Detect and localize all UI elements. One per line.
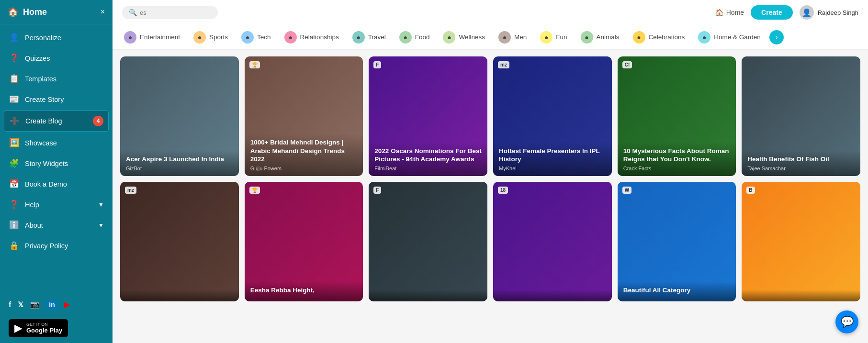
card-source-c1: GizBot (126, 166, 233, 171)
card-source-c3: FilmiBeat (374, 166, 482, 171)
cat-label-sports: Sports (209, 33, 228, 41)
card-logo-c9: F (373, 187, 381, 194)
cat-label-tech: Tech (257, 33, 271, 41)
sidebar-item-label-personalize: Personalize (25, 34, 61, 42)
cat-label-home-garden: Home & Garden (714, 33, 761, 41)
story-card-c3[interactable]: F 2022 Oscars Nominations For Best Pictu… (369, 56, 487, 176)
card-logo-c8: 🏆 (249, 187, 260, 194)
cat-tab-men[interactable]: ● Men (492, 28, 533, 46)
quizzes-icon: ❓ (9, 53, 19, 63)
cat-tab-sports[interactable]: ● Sports (187, 28, 235, 46)
cat-icon-relationships: ● (284, 31, 297, 44)
twitter-link[interactable]: 𝕏 (18, 300, 23, 309)
card-title-c4: Hottest Female Presenters In IPL History (499, 147, 606, 164)
sidebar-item-label-quizzes: Quizzes (25, 55, 50, 62)
card-title-c3: 2022 Oscars Nominations For Best Picture… (374, 147, 482, 164)
card-title-c5: 10 Mysterious Facts About Roman Reigns t… (623, 147, 731, 164)
youtube-link[interactable]: ▶ (64, 300, 70, 309)
cat-tab-home-garden[interactable]: ● Home & Garden (691, 28, 767, 46)
sidebar-item-create-blog[interactable]: ➕ Create Blog 4 (4, 111, 109, 132)
cat-icon-entertainment: ● (124, 31, 136, 44)
sidebar-close-button[interactable]: × (101, 8, 105, 16)
user-info[interactable]: 👤 Rajdeep Singh (800, 5, 858, 20)
create-button[interactable]: Create (751, 5, 793, 20)
card-logo-c10: 18 (498, 187, 508, 194)
nav-home-button[interactable]: 🏠 Home (715, 9, 744, 16)
story-card-c10[interactable]: 18 (493, 182, 612, 301)
card-logo-c11: W (622, 187, 631, 194)
story-card-c11[interactable]: W Beautiful All Category (618, 182, 736, 301)
sidebar-item-personalize[interactable]: 👤 Personalize (0, 27, 113, 48)
story-card-c1[interactable]: Acer Aspire 3 Launched In India GizBot (120, 56, 239, 176)
card-title-c1: Acer Aspire 3 Launched In India (126, 155, 233, 164)
story-card-c4[interactable]: mz Hottest Female Presenters In IPL Hist… (493, 56, 612, 176)
cat-icon-fun: ● (540, 31, 552, 44)
cat-label-food: Food (415, 33, 430, 41)
sidebar-item-showcase[interactable]: 🖼️ Showcase (0, 133, 113, 153)
play-store-label: Google Play (26, 327, 62, 334)
cat-tab-wellness[interactable]: ● Wellness (436, 28, 492, 46)
play-store-button[interactable]: ▶ GET IT ON Google Play (9, 319, 68, 337)
sidebar-item-book-demo[interactable]: 📅 Book a Demo (0, 174, 113, 194)
sidebar-item-label-about: About (25, 221, 43, 229)
cat-scroll-arrow[interactable]: › (769, 30, 784, 44)
sidebar-item-quizzes[interactable]: ❓ Quizzes (0, 48, 113, 68)
play-store-subtitle: GET IT ON (26, 322, 62, 327)
cat-icon-travel: ● (352, 31, 365, 44)
cat-tab-entertainment[interactable]: ● Entertainment (117, 28, 187, 46)
sidebar-item-create-story[interactable]: 📰 Create Story (0, 89, 113, 110)
topbar: 🔍 🏠 Home Create 👤 Rajdeep Singh (113, 0, 868, 25)
cat-tab-fun[interactable]: ● Fun (533, 28, 574, 46)
search-box[interactable]: 🔍 (122, 6, 218, 19)
cat-tab-tech[interactable]: ● Tech (235, 28, 278, 46)
play-store-icon: ▶ (14, 322, 23, 334)
cat-label-animals: Animals (597, 33, 620, 41)
story-card-c2[interactable]: 🏆 1000+ Bridal Mehndi Designs | Arabic M… (245, 56, 363, 176)
sidebar-title: Home (23, 7, 47, 17)
card-logo-c5: Cf (622, 61, 632, 68)
cat-tab-relationships[interactable]: ● Relationships (278, 28, 346, 46)
cat-tab-animals[interactable]: ● Animals (574, 28, 626, 46)
search-icon: 🔍 (129, 9, 137, 16)
cat-icon-animals: ● (581, 31, 593, 44)
cat-icon-tech: ● (241, 31, 254, 44)
arrow-icon-about: ▼ (98, 222, 104, 229)
instagram-link[interactable]: 📷 (30, 300, 40, 309)
story-card-c9[interactable]: F (369, 182, 487, 301)
story-card-c6[interactable]: Health Benefits Of Fish Oil Tajee Samach… (742, 56, 860, 176)
card-logo-c3: F (373, 61, 381, 68)
sidebar-item-about[interactable]: ℹ️ About ▼ (0, 215, 113, 235)
facebook-link[interactable]: f (9, 300, 11, 309)
cat-tab-celebrations[interactable]: ● Celebrations (626, 28, 692, 46)
search-input[interactable] (140, 9, 211, 16)
user-name: Rajdeep Singh (818, 9, 858, 16)
sidebar-item-story-widgets[interactable]: 🧩 Story Widgets (0, 153, 113, 174)
cat-icon-men: ● (498, 31, 511, 44)
home-icon: 🏠 (8, 7, 18, 17)
card-row-2: mz 🏆 Eesha Rebba Height, F 18 W Beautifu… (120, 182, 860, 301)
sidebar-item-privacy[interactable]: 🔒 Privacy Policy (0, 235, 113, 256)
story-card-c5[interactable]: Cf 10 Mysterious Facts About Roman Reign… (618, 56, 736, 176)
messenger-bubble[interactable]: 💬 (835, 310, 858, 333)
category-bar: ● Entertainment● Sports● Tech● Relations… (113, 25, 868, 50)
sidebar-item-help[interactable]: ❓ Help ▼ (0, 194, 113, 215)
story-card-c12[interactable]: B (742, 182, 860, 301)
cat-icon-sports: ● (193, 31, 206, 44)
cat-label-relationships: Relationships (300, 33, 339, 41)
sidebar-item-templates[interactable]: 📋 Templates (0, 68, 113, 89)
cat-tab-travel[interactable]: ● Travel (346, 28, 393, 46)
story-card-c7[interactable]: mz (120, 182, 239, 301)
book-demo-icon: 📅 (9, 179, 19, 189)
card-source-c5: Crack Facts (623, 166, 731, 171)
nav-home-label: Home (726, 9, 744, 16)
cat-tab-food[interactable]: ● Food (393, 28, 437, 46)
card-grid-area: Acer Aspire 3 Launched In India GizBot 🏆… (113, 50, 868, 343)
privacy-icon: 🔒 (9, 241, 19, 251)
linkedin-link[interactable]: in (46, 300, 57, 310)
cat-label-men: Men (514, 33, 527, 41)
card-logo-c12: B (746, 187, 755, 194)
cat-label-fun: Fun (556, 33, 567, 41)
cat-icon-food: ● (399, 31, 412, 44)
cat-label-entertainment: Entertainment (140, 33, 180, 41)
story-card-c8[interactable]: 🏆 Eesha Rebba Height, (245, 182, 363, 301)
